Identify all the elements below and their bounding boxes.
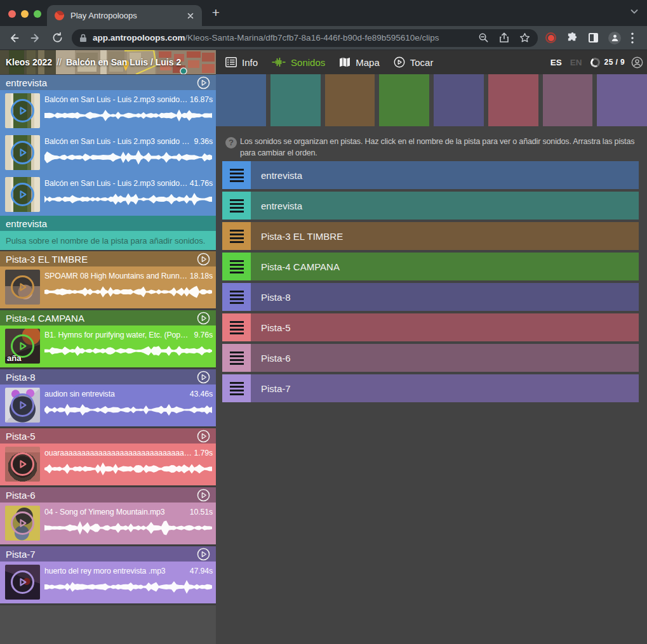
close-window-button[interactable] [8,10,16,18]
tab-mapa[interactable]: Mapa [339,57,380,68]
clip-waveform[interactable] [44,577,212,596]
track-row[interactable]: entrevista [222,192,639,220]
tab-search-chevron-icon[interactable] [629,6,639,19]
audio-clip[interactable]: aña B1. Hymns for purifying water, Etc. … [0,325,216,367]
track-play-icon[interactable] [197,548,210,561]
clip-play-icon[interactable] [11,393,34,417]
bookmark-star-icon[interactable] [519,32,530,43]
audio-clip[interactable]: 04 - Song of Yimeng Mountain.mp310.51s [0,503,216,544]
track-row-label-area[interactable]: Pista-4 CAMPANA [251,253,639,280]
track-play-icon[interactable] [197,430,210,443]
track-row[interactable]: Pista-4 CAMPANA [222,253,639,280]
clip-waveform[interactable] [44,106,212,125]
record-extension-icon[interactable] [545,32,556,43]
new-tab-button[interactable]: + [208,6,223,21]
project-banner[interactable]: Kleos 2022//Balcón en San Luis / Luis 2 [0,50,216,74]
drag-handle[interactable] [222,344,251,372]
track-color-swatch[interactable] [488,74,538,126]
lock-icon[interactable] [79,34,87,43]
clip-thumbnail[interactable] [5,135,40,170]
audio-clip[interactable]: Balcón en San Luis - Luis 2.mp3 sonido h… [0,90,216,132]
clip-waveform[interactable] [44,148,212,167]
track-color-swatch[interactable] [270,74,321,126]
clip-play-icon[interactable] [11,452,34,476]
track-row[interactable]: Pista-8 [222,283,639,311]
track-play-icon[interactable] [197,489,210,502]
split-screen-extension-icon[interactable] [589,33,598,43]
clip-waveform[interactable] [44,341,212,360]
track-row-label-area[interactable]: Pista-8 [251,283,639,311]
clip-play-icon[interactable] [11,99,34,122]
audio-clip[interactable]: SPOAMR 08 High Mountains and Running ...… [0,266,216,308]
track-play-icon[interactable] [197,312,210,325]
track-row[interactable]: Pista-3 EL TIMBRE [222,222,639,250]
zoom-icon[interactable] [478,32,489,43]
track-row-label-area[interactable]: Pista-3 EL TIMBRE [251,222,639,250]
track-row[interactable]: entrevista [222,161,639,189]
track-header[interactable]: Pista-7 [0,546,216,562]
track-row-label-area[interactable]: entrevista [251,161,639,189]
track-row-label-area[interactable]: Pista-7 [251,374,639,402]
track-header[interactable]: Pista-4 CAMPANA [0,310,216,325]
track-play-icon[interactable] [197,253,210,266]
tab-info[interactable]: Info [225,57,258,68]
clip-play-icon[interactable] [11,275,34,299]
clip-thumbnail[interactable] [5,177,40,212]
track-color-swatch[interactable] [325,74,375,126]
track-play-icon[interactable] [197,371,210,384]
track-color-swatch[interactable] [216,74,266,126]
track-row[interactable]: Pista-5 [222,313,639,341]
clip-play-icon[interactable] [11,570,34,594]
drag-handle[interactable] [222,283,251,311]
extensions-puzzle-icon[interactable] [566,32,578,44]
clip-waveform[interactable] [44,518,212,537]
audio-clip[interactable]: Balcón en San Luis - Luis 2.mp3 sonido h… [0,174,216,216]
track-color-swatch[interactable] [434,74,484,126]
clip-thumbnail[interactable]: aña [5,329,40,364]
drag-handle[interactable] [222,374,251,402]
browser-menu-icon[interactable] [631,32,634,44]
lang-en-button[interactable]: EN [570,58,582,67]
track-row-label-area[interactable]: entrevista [251,192,639,220]
track-header[interactable]: Pista-5 [0,428,216,444]
zoom-window-button[interactable] [34,10,41,18]
clip-thumbnail[interactable] [5,93,40,128]
clip-thumbnail[interactable] [5,270,40,305]
profile-avatar[interactable] [608,32,621,44]
reload-button[interactable] [48,29,66,47]
drag-handle[interactable] [222,161,251,189]
track-color-swatch[interactable] [379,74,429,126]
forward-button[interactable] [27,29,44,47]
track-header[interactable]: Pista-6 [0,487,216,503]
window-controls[interactable] [8,10,41,18]
account-icon[interactable] [631,56,643,69]
drag-handle[interactable] [222,222,251,250]
clip-play-icon[interactable] [11,183,34,206]
minimize-window-button[interactable] [21,10,29,18]
track-header[interactable]: entrevista [0,75,216,90]
back-button[interactable] [5,29,23,47]
browser-tab[interactable]: Play Antropoloops [47,5,202,26]
clip-thumbnail[interactable] [5,506,40,541]
clip-play-icon[interactable] [11,511,34,535]
clip-thumbnail[interactable] [5,565,40,600]
share-icon[interactable] [499,32,509,43]
clip-play-icon[interactable] [11,141,34,164]
lang-es-button[interactable]: ES [550,58,562,67]
audio-clip[interactable]: Balcón en San Luis - Luis 2.mp3 sonido h… [0,132,216,174]
track-row-label-area[interactable]: Pista-6 [251,344,639,372]
clip-thumbnail[interactable] [5,388,40,423]
track-header[interactable]: Pista-8 [0,369,216,384]
audio-clip[interactable]: ouaraaaaaaaaaaaaaaaaaaaaaaaaaaaaaaaaa...… [0,444,216,485]
track-header[interactable]: Pista-3 EL TIMBRE [0,251,216,266]
tab-tocar[interactable]: Tocar [394,56,434,68]
track-row[interactable]: Pista-7 [222,374,639,402]
track-row-label-area[interactable]: Pista-5 [251,313,639,341]
clip-waveform[interactable] [44,190,212,209]
clip-waveform[interactable] [44,400,212,419]
track-color-swatch[interactable] [597,74,647,126]
audio-clip[interactable]: huerto del rey moro entrevista .mp347.94… [0,562,216,603]
clip-waveform[interactable] [44,282,212,301]
tab-sonidos[interactable]: Sonidos [272,57,325,68]
drag-handle[interactable] [222,313,251,341]
